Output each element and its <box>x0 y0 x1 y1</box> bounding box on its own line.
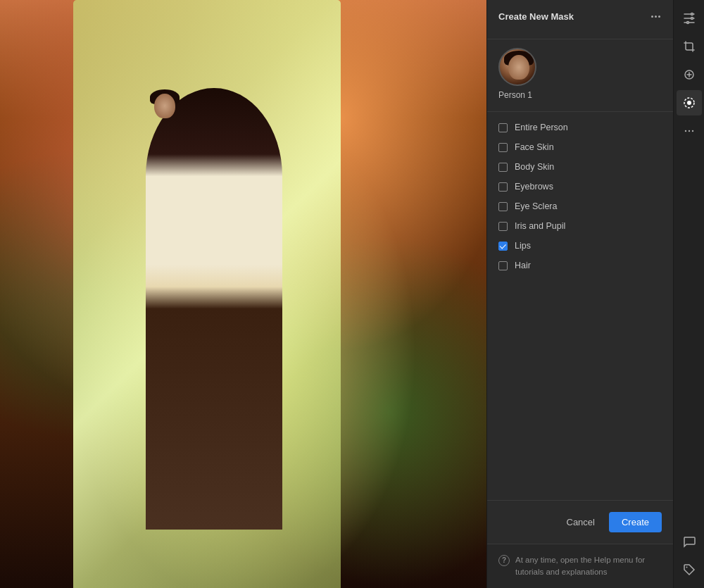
action-buttons: Cancel Create <box>487 500 673 544</box>
person-section: Person 1 <box>487 39 673 112</box>
comment-icon[interactable] <box>677 529 702 554</box>
mask-option-iris-and-pupil[interactable]: Iris and Pupil <box>487 216 673 236</box>
label-eyebrows: Eyebrows <box>515 182 553 192</box>
mask-svg <box>683 96 696 109</box>
heal-svg <box>683 68 696 81</box>
svg-point-6 <box>684 130 686 132</box>
right-toolbar <box>673 0 704 588</box>
help-section: ? At any time, open the Help menu for tu… <box>487 544 673 589</box>
label-lips: Lips <box>515 241 531 251</box>
svg-point-0 <box>691 13 693 15</box>
checkbox-eyebrows[interactable] <box>498 182 508 192</box>
label-iris-and-pupil: Iris and Pupil <box>515 221 565 231</box>
panel-header: Create New Mask <box>487 0 673 39</box>
photo-canvas <box>0 0 486 588</box>
label-entire-person: Entire Person <box>515 123 568 132</box>
more-options-button[interactable] <box>650 14 662 19</box>
create-button[interactable]: Create <box>609 512 662 532</box>
mask-option-lips[interactable]: Lips <box>487 236 673 256</box>
svg-point-9 <box>686 567 687 568</box>
svg-point-1 <box>691 18 693 20</box>
checkbox-face-skin[interactable] <box>498 143 508 152</box>
avatar-face <box>508 55 529 80</box>
checkbox-body-skin[interactable] <box>498 163 508 172</box>
mask-option-body-skin[interactable]: Body Skin <box>487 157 673 177</box>
label-body-skin: Body Skin <box>515 162 554 172</box>
comment-svg <box>683 535 696 548</box>
mask-option-entire-person[interactable]: Entire Person <box>487 118 673 137</box>
svg-point-2 <box>686 22 689 24</box>
create-mask-panel: Create New Mask Person 1 Entire PersonFa… <box>486 0 673 588</box>
more-svg <box>683 125 696 137</box>
tag-svg <box>683 563 696 576</box>
adjust-icon[interactable] <box>677 6 702 31</box>
svg-point-5 <box>687 101 691 105</box>
mask-option-eyebrows[interactable]: Eyebrows <box>487 177 673 196</box>
label-eye-sclera: Eye Sclera <box>515 201 557 211</box>
more-toolbar-icon[interactable] <box>677 118 702 144</box>
adjust-svg <box>683 12 696 25</box>
cancel-button[interactable]: Cancel <box>560 513 602 532</box>
mask-icon[interactable] <box>677 90 702 115</box>
mask-option-eye-sclera[interactable]: Eye Sclera <box>487 196 673 216</box>
photo-background <box>0 0 486 588</box>
dot2 <box>655 15 657 18</box>
crop-svg <box>683 40 696 53</box>
label-hair: Hair <box>515 261 531 270</box>
help-icon: ? <box>498 555 510 566</box>
checkbox-lips[interactable] <box>498 242 508 251</box>
svg-point-7 <box>688 130 689 132</box>
crop-icon[interactable] <box>677 34 702 59</box>
panel-title: Create New Mask <box>498 11 574 22</box>
dot1 <box>651 15 653 18</box>
person-avatar[interactable] <box>498 48 536 86</box>
heal-icon[interactable] <box>677 62 702 87</box>
checkbox-entire-person[interactable] <box>498 123 508 132</box>
mask-option-hair[interactable]: Hair <box>487 256 673 275</box>
label-face-skin: Face Skin <box>515 142 554 152</box>
person-silhouette <box>146 88 282 529</box>
help-text: At any time, open the Help menu for tuto… <box>515 554 662 579</box>
svg-point-8 <box>691 130 693 132</box>
checkbox-eye-sclera[interactable] <box>498 202 508 211</box>
dot3 <box>658 15 660 18</box>
mask-option-face-skin[interactable]: Face Skin <box>487 137 673 157</box>
checkbox-iris-and-pupil[interactable] <box>498 222 508 231</box>
person-label: Person 1 <box>498 90 532 100</box>
mask-options-list: Entire PersonFace SkinBody SkinEyebrowsE… <box>487 112 673 500</box>
tag-icon[interactable] <box>677 557 702 582</box>
checkbox-hair[interactable] <box>498 261 508 270</box>
